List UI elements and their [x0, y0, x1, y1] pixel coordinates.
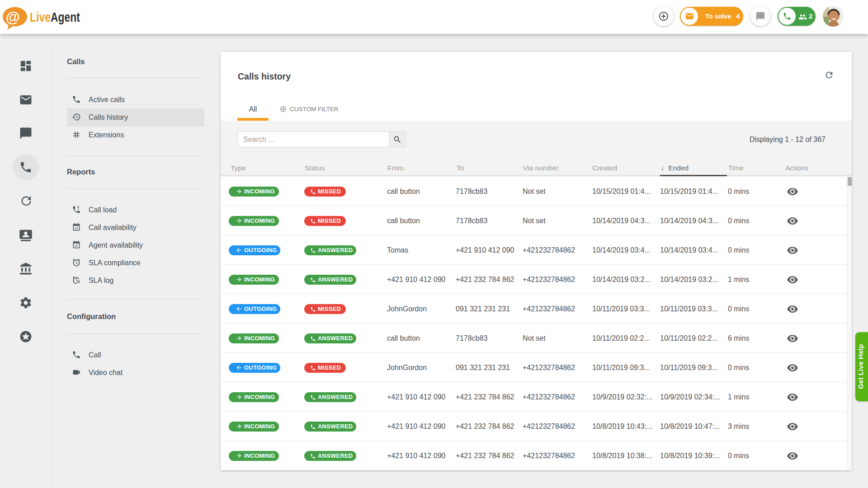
svg-text:@: @: [6, 8, 20, 25]
svg-text:Agent: Agent: [51, 9, 80, 24]
svg-text:Live: Live: [30, 9, 51, 24]
